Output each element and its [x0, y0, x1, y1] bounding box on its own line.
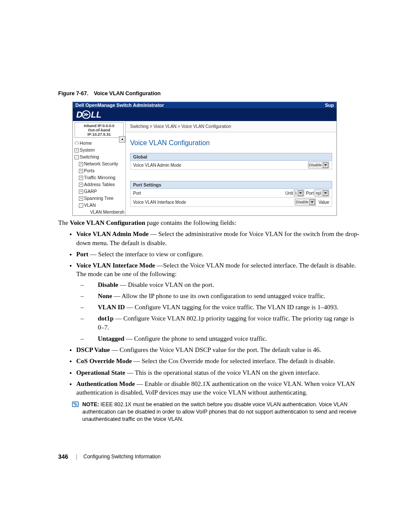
tree-garp[interactable]: +GARP [75, 188, 125, 195]
iface-mode-value-label: Value [318, 200, 329, 205]
list-item: Operational State — This is the operatio… [76, 368, 359, 377]
svg-rect-4 [72, 402, 78, 407]
page-footer: 346 | Configuring Switching Information [58, 453, 359, 460]
admin-mode-label: Voice VLAN Admin Mode [133, 163, 307, 168]
dell-logo: D LL [73, 108, 336, 121]
chevron-down-icon [323, 190, 328, 196]
tree-traffic-mirroring[interactable]: +Traffic Mirroring [75, 174, 125, 181]
expand-icon[interactable]: + [79, 196, 83, 201]
app-screenshot: Dell OpenManage Switch Administrator Sup… [72, 102, 337, 216]
window-titlebar: Dell OpenManage Switch Administrator Sup [73, 102, 336, 108]
nav-tree: Home +System -Switching +Network Securit… [73, 139, 125, 215]
tree-network-security[interactable]: +Network Security [75, 160, 125, 167]
note-text: NOTE: IEEE 802.1X must be enabled on the… [82, 401, 359, 423]
ip-info-box: Inband IP:0.0.0.0 Out-of-band IP:10.27.5… [75, 122, 124, 138]
note-icon [72, 401, 80, 423]
note-block: NOTE: IEEE 802.1X must be enabled on the… [72, 401, 359, 423]
expand-icon[interactable]: + [79, 190, 83, 194]
scroll-up-button[interactable]: ▴ [119, 136, 125, 143]
row-voice-vlan-admin-mode: Voice VLAN Admin Mode Disable [130, 161, 332, 170]
expand-icon[interactable]: + [79, 169, 83, 173]
tree-system[interactable]: +System [75, 146, 125, 153]
list-item: None — Allow the IP phone to use its own… [89, 292, 359, 300]
iface-mode-select[interactable]: Disable [295, 199, 316, 205]
chevron-down-icon [323, 162, 328, 168]
section-port-settings-header: Port Settings [130, 181, 332, 189]
list-item: DSCP Value — Configures the Voice VLAN D… [76, 345, 359, 354]
page-number: 346 [58, 453, 68, 460]
collapse-icon[interactable]: - [75, 155, 79, 159]
port-sel-label: Port [306, 191, 314, 196]
unit-label: Unit [285, 191, 293, 196]
home-icon [75, 139, 79, 143]
chevron-down-icon [309, 199, 315, 205]
titlebar-right-text: Sup [325, 103, 334, 108]
expand-icon[interactable]: + [79, 176, 83, 180]
breadcrumb: Switching > Voice VLAN > Voice VLAN Conf… [126, 121, 336, 132]
mode-sublist: Disable — Disable voice VLAN on the port… [76, 280, 359, 343]
footer-separator: | [76, 454, 77, 460]
tree-address-tables[interactable]: +Address Tables [75, 181, 125, 188]
tree-vlan-membership[interactable]: VLAN Membersh [75, 208, 125, 215]
iface-mode-label: Voice VLAN Interface Mode [133, 200, 294, 205]
tree-ports[interactable]: +Ports [75, 167, 125, 174]
tree-spanning-tree[interactable]: +Spanning Tree [75, 195, 125, 202]
app-title: Dell OpenManage Switch Administrator [75, 103, 164, 108]
nav-sidebar: Inband IP:0.0.0.0 Out-of-band IP:10.27.5… [73, 121, 126, 215]
admin-mode-select[interactable]: Disable [308, 162, 329, 168]
list-item: CoS Override Mode — Select the Cos Overr… [76, 357, 359, 365]
footer-chapter: Configuring Switching Information [83, 454, 160, 460]
list-item: Port — Select the interface to view or c… [76, 250, 359, 258]
tree-vlan[interactable]: -VLAN [75, 202, 125, 208]
row-port: Port Unit 1 Port xg1 [130, 189, 332, 198]
list-item: VLAN ID — Configure VLAN tagging for the… [89, 303, 359, 311]
list-item: Authentication Mode — Enable or disable … [76, 380, 359, 397]
list-item: dot1p — Configure Voice VLAN 802.1p prio… [89, 314, 359, 332]
content-pane: Switching > Voice VLAN > Voice VLAN Conf… [126, 121, 336, 215]
page-title: Voice VLAN Configuration [126, 132, 336, 153]
list-item: Disable — Disable voice VLAN on the port… [89, 280, 359, 289]
intro-paragraph: The Voice VLAN Configuration page contai… [58, 218, 359, 227]
svg-text:LL: LL [91, 110, 101, 119]
list-item: Untagged — Configure the phone to send u… [89, 334, 359, 343]
port-select[interactable]: xg1 [314, 190, 329, 196]
chevron-down-icon [298, 190, 303, 196]
svg-line-5 [73, 403, 76, 406]
expand-icon[interactable]: + [79, 162, 83, 166]
field-list: Voice VLAN Admin Mode — Select the admin… [58, 230, 359, 397]
row-voice-vlan-interface-mode: Voice VLAN Interface Mode Disable Value [130, 198, 332, 207]
list-item: Voice VLAN Interface Mode —Select the Vo… [76, 261, 359, 343]
collapse-icon[interactable]: - [79, 203, 83, 208]
tree-home[interactable]: Home [75, 139, 125, 146]
expand-icon[interactable]: + [75, 148, 79, 152]
expand-icon[interactable]: + [79, 183, 83, 187]
list-item: Voice VLAN Admin Mode — Select the admin… [76, 230, 359, 247]
tree-switching[interactable]: -Switching [75, 153, 125, 160]
inband-ip-label: Inband IP:0.0.0.0 [76, 124, 122, 128]
section-global-header: Global [130, 153, 332, 161]
port-label: Port [133, 191, 285, 196]
svg-text:D: D [76, 110, 82, 119]
unit-select[interactable]: 1 [294, 190, 304, 196]
figure-caption: Figure 7-67. Voice VLAN Configuration [58, 90, 359, 96]
oob-ip-label: Out-of-band IP:10.27.5.31 [76, 128, 122, 137]
